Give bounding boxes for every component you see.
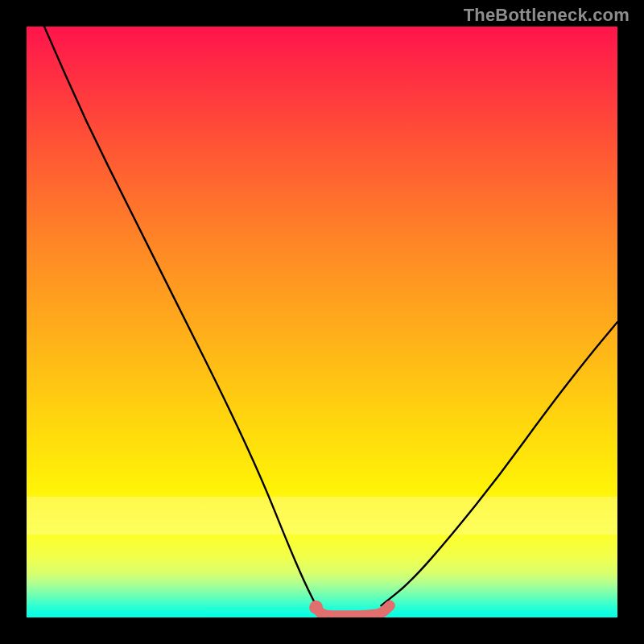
marker-band: [316, 605, 390, 615]
plot-area: [27, 27, 617, 617]
attribution-text: TheBottleneck.com: [464, 5, 630, 26]
curve-layer: [27, 27, 617, 617]
marker-start-dot: [309, 601, 323, 614]
right-curve: [381, 322, 617, 605]
left-curve: [44, 27, 319, 612]
chart-stage: TheBottleneck.com: [0, 0, 644, 644]
